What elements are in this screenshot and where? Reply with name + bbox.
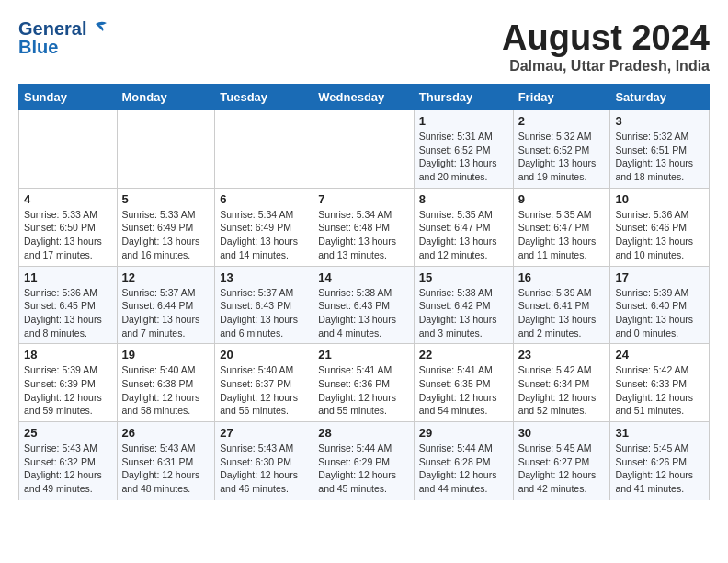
day-header-monday: Monday <box>117 85 215 110</box>
header-row: SundayMondayTuesdayWednesdayThursdayFrid… <box>19 85 710 110</box>
cell-info: Sunrise: 5:33 AMSunset: 6:49 PMDaylight:… <box>122 208 210 262</box>
cell-info: Sunrise: 5:36 AMSunset: 6:46 PMDaylight:… <box>615 208 704 262</box>
cell-info: Sunrise: 5:38 AMSunset: 6:42 PMDaylight:… <box>419 286 508 340</box>
day-number: 19 <box>122 348 210 362</box>
cell-info: Sunrise: 5:41 AMSunset: 6:35 PMDaylight:… <box>419 363 508 418</box>
cell-info: Sunrise: 5:32 AMSunset: 6:51 PMDaylight:… <box>615 130 704 184</box>
cell-info: Sunrise: 5:44 AMSunset: 6:28 PMDaylight:… <box>419 442 508 496</box>
cell-info: Sunrise: 5:32 AMSunset: 6:52 PMDaylight:… <box>518 130 606 184</box>
day-number: 1 <box>419 114 508 128</box>
day-number: 15 <box>419 270 508 284</box>
cell-info: Sunrise: 5:42 AMSunset: 6:34 PMDaylight:… <box>518 363 606 418</box>
calendar-cell: 22Sunrise: 5:41 AMSunset: 6:35 PMDayligh… <box>414 344 513 422</box>
cell-info: Sunrise: 5:40 AMSunset: 6:37 PMDaylight:… <box>220 363 308 418</box>
calendar-cell: 8Sunrise: 5:35 AMSunset: 6:47 PMDaylight… <box>414 188 513 266</box>
cell-info: Sunrise: 5:31 AMSunset: 6:52 PMDaylight:… <box>419 130 508 184</box>
day-number: 7 <box>318 192 408 206</box>
day-number: 27 <box>220 426 308 440</box>
day-number: 8 <box>419 192 508 206</box>
week-row-2: 4Sunrise: 5:33 AMSunset: 6:50 PMDaylight… <box>19 188 710 266</box>
calendar-cell: 23Sunrise: 5:42 AMSunset: 6:34 PMDayligh… <box>513 344 610 422</box>
day-number: 14 <box>318 270 408 284</box>
cell-info: Sunrise: 5:36 AMSunset: 6:45 PMDaylight:… <box>24 286 112 340</box>
day-number: 30 <box>518 426 606 440</box>
cell-info: Sunrise: 5:43 AMSunset: 6:30 PMDaylight:… <box>220 442 308 496</box>
day-header-wednesday: Wednesday <box>313 85 414 110</box>
day-number: 26 <box>122 426 210 440</box>
calendar-cell: 3Sunrise: 5:32 AMSunset: 6:51 PMDaylight… <box>610 110 710 189</box>
day-number: 21 <box>318 348 408 362</box>
week-row-4: 18Sunrise: 5:39 AMSunset: 6:39 PMDayligh… <box>19 344 710 422</box>
day-number: 4 <box>24 192 112 206</box>
day-number: 23 <box>518 348 606 362</box>
cell-info: Sunrise: 5:38 AMSunset: 6:43 PMDaylight:… <box>318 286 408 340</box>
day-number: 13 <box>220 270 308 284</box>
cell-info: Sunrise: 5:44 AMSunset: 6:29 PMDaylight:… <box>318 442 408 496</box>
day-number: 28 <box>318 426 408 440</box>
day-number: 31 <box>615 426 704 440</box>
calendar-cell: 25Sunrise: 5:43 AMSunset: 6:32 PMDayligh… <box>19 422 118 500</box>
calendar-cell: 20Sunrise: 5:40 AMSunset: 6:37 PMDayligh… <box>215 344 313 422</box>
logo-blue: Blue <box>18 37 108 57</box>
day-header-sunday: Sunday <box>19 85 118 110</box>
logo-bird-icon <box>88 18 108 39</box>
cell-info: Sunrise: 5:35 AMSunset: 6:47 PMDaylight:… <box>518 208 606 262</box>
calendar-cell: 19Sunrise: 5:40 AMSunset: 6:38 PMDayligh… <box>117 344 215 422</box>
cell-info: Sunrise: 5:42 AMSunset: 6:33 PMDaylight:… <box>615 363 704 418</box>
calendar-cell: 2Sunrise: 5:32 AMSunset: 6:52 PMDaylight… <box>513 110 610 189</box>
calendar-cell: 18Sunrise: 5:39 AMSunset: 6:39 PMDayligh… <box>19 344 118 422</box>
day-number: 12 <box>122 270 210 284</box>
title-area: August 2024 Dalmau, Uttar Pradesh, India <box>502 18 710 75</box>
week-row-5: 25Sunrise: 5:43 AMSunset: 6:32 PMDayligh… <box>19 422 710 500</box>
day-number: 18 <box>24 348 112 362</box>
calendar-cell <box>313 110 414 189</box>
calendar-cell: 4Sunrise: 5:33 AMSunset: 6:50 PMDaylight… <box>19 188 118 266</box>
calendar-cell: 28Sunrise: 5:44 AMSunset: 6:29 PMDayligh… <box>313 422 414 500</box>
day-header-friday: Friday <box>513 85 610 110</box>
calendar-cell: 17Sunrise: 5:39 AMSunset: 6:40 PMDayligh… <box>610 266 710 344</box>
cell-info: Sunrise: 5:45 AMSunset: 6:27 PMDaylight:… <box>518 442 606 496</box>
day-number: 6 <box>220 192 308 206</box>
calendar-cell: 16Sunrise: 5:39 AMSunset: 6:41 PMDayligh… <box>513 266 610 344</box>
cell-info: Sunrise: 5:39 AMSunset: 6:40 PMDaylight:… <box>615 286 704 340</box>
calendar-cell <box>19 110 118 189</box>
calendar-cell: 31Sunrise: 5:45 AMSunset: 6:26 PMDayligh… <box>610 422 710 500</box>
calendar-cell: 9Sunrise: 5:35 AMSunset: 6:47 PMDaylight… <box>513 188 610 266</box>
calendar-cell: 15Sunrise: 5:38 AMSunset: 6:42 PMDayligh… <box>414 266 513 344</box>
day-header-saturday: Saturday <box>610 85 710 110</box>
calendar-cell: 11Sunrise: 5:36 AMSunset: 6:45 PMDayligh… <box>19 266 118 344</box>
calendar-cell: 6Sunrise: 5:34 AMSunset: 6:49 PMDaylight… <box>215 188 313 266</box>
calendar-cell: 13Sunrise: 5:37 AMSunset: 6:43 PMDayligh… <box>215 266 313 344</box>
calendar-cell: 7Sunrise: 5:34 AMSunset: 6:48 PMDaylight… <box>313 188 414 266</box>
cell-info: Sunrise: 5:43 AMSunset: 6:32 PMDaylight:… <box>24 442 112 496</box>
calendar-cell: 21Sunrise: 5:41 AMSunset: 6:36 PMDayligh… <box>313 344 414 422</box>
day-header-tuesday: Tuesday <box>215 85 313 110</box>
cell-info: Sunrise: 5:39 AMSunset: 6:39 PMDaylight:… <box>24 363 112 418</box>
day-number: 2 <box>518 114 606 128</box>
month-title: August 2024 <box>502 18 710 58</box>
calendar-cell: 1Sunrise: 5:31 AMSunset: 6:52 PMDaylight… <box>414 110 513 189</box>
calendar-cell: 10Sunrise: 5:36 AMSunset: 6:46 PMDayligh… <box>610 188 710 266</box>
day-number: 9 <box>518 192 606 206</box>
cell-info: Sunrise: 5:34 AMSunset: 6:49 PMDaylight:… <box>220 208 308 262</box>
day-number: 3 <box>615 114 704 128</box>
calendar-cell: 14Sunrise: 5:38 AMSunset: 6:43 PMDayligh… <box>313 266 414 344</box>
day-number: 16 <box>518 270 606 284</box>
calendar-cell: 29Sunrise: 5:44 AMSunset: 6:28 PMDayligh… <box>414 422 513 500</box>
day-number: 11 <box>24 270 112 284</box>
calendar-cell: 24Sunrise: 5:42 AMSunset: 6:33 PMDayligh… <box>610 344 710 422</box>
calendar-cell: 12Sunrise: 5:37 AMSunset: 6:44 PMDayligh… <box>117 266 215 344</box>
logo-general: General <box>18 18 86 39</box>
day-number: 5 <box>122 192 210 206</box>
day-header-thursday: Thursday <box>414 85 513 110</box>
cell-info: Sunrise: 5:43 AMSunset: 6:31 PMDaylight:… <box>122 442 210 496</box>
location: Dalmau, Uttar Pradesh, India <box>502 58 710 75</box>
day-number: 25 <box>24 426 112 440</box>
cell-info: Sunrise: 5:35 AMSunset: 6:47 PMDaylight:… <box>419 208 508 262</box>
cell-info: Sunrise: 5:34 AMSunset: 6:48 PMDaylight:… <box>318 208 408 262</box>
day-number: 17 <box>615 270 704 284</box>
week-row-1: 1Sunrise: 5:31 AMSunset: 6:52 PMDaylight… <box>19 110 710 189</box>
page-header: General Blue August 2024 Dalmau, Uttar P… <box>18 18 710 75</box>
calendar-cell <box>215 110 313 189</box>
cell-info: Sunrise: 5:39 AMSunset: 6:41 PMDaylight:… <box>518 286 606 340</box>
